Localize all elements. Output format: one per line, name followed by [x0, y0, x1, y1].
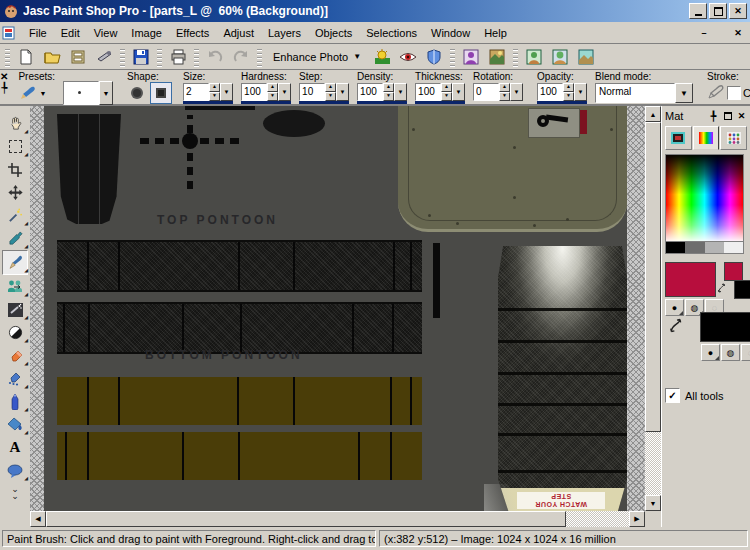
opacity-spinner[interactable]: ▲▼	[563, 83, 574, 101]
dropper-tool[interactable]: ◢	[3, 227, 27, 250]
bg-pattern-style-button[interactable]: ◌	[741, 344, 750, 361]
child-close-button[interactable]: ✕	[730, 26, 746, 40]
toolbar-grip[interactable]	[257, 47, 262, 67]
open-button[interactable]	[40, 46, 64, 68]
move-tool[interactable]	[3, 181, 27, 204]
continuous-checkbox[interactable]	[727, 86, 741, 100]
scroll-right-button[interactable]: ▶	[629, 511, 645, 527]
menu-window[interactable]: Window	[424, 24, 477, 42]
menu-objects[interactable]: Objects	[308, 24, 359, 42]
swap-colors-icon[interactable]	[669, 317, 686, 334]
foreground-color-swatch[interactable]	[665, 262, 716, 297]
size-spinner[interactable]: ▲▼	[209, 83, 220, 101]
thickness-input[interactable]	[415, 83, 441, 101]
background-color-swatch[interactable]	[700, 312, 750, 342]
opacity-slider-button[interactable]: ▼	[574, 83, 587, 101]
auto-photo-fix-button[interactable]	[574, 46, 598, 68]
new-button[interactable]	[14, 46, 38, 68]
materials-close-button[interactable]: ✕	[735, 109, 748, 122]
scroll-left-button[interactable]: ◀	[30, 511, 46, 527]
red-eye-removal-button[interactable]	[396, 46, 420, 68]
menu-effects[interactable]: Effects	[169, 24, 216, 42]
color-picker-gradient[interactable]	[665, 154, 744, 242]
bg-color-style-button[interactable]: ●	[701, 344, 720, 361]
density-spinner[interactable]: ▲▼	[383, 83, 394, 101]
save-button[interactable]	[129, 46, 153, 68]
child-restore-button[interactable]	[713, 26, 729, 40]
rotation-slider-button[interactable]: ▼	[510, 83, 523, 101]
redo-button[interactable]	[229, 46, 253, 68]
brush-tip-preview[interactable]	[63, 81, 99, 105]
swap-mini-colors-icon[interactable]	[717, 282, 729, 294]
menu-selections[interactable]: Selections	[359, 24, 424, 42]
options-close-icon[interactable]: ✕	[0, 72, 8, 82]
selection-tool[interactable]: ◢	[3, 135, 27, 158]
auto-portrait-button[interactable]	[459, 46, 483, 68]
brush-tip-dropdown-button[interactable]: ▼	[99, 81, 113, 105]
print-button[interactable]	[166, 46, 190, 68]
vertical-scroll-thumb[interactable]	[645, 122, 661, 432]
child-minimize-button[interactable]: –	[696, 26, 712, 40]
vertical-scrollbar[interactable]: ▲ ▼	[645, 106, 661, 511]
step-slider-button[interactable]: ▼	[336, 83, 349, 101]
straighten-shield-button[interactable]	[422, 46, 446, 68]
backlight-filter-button[interactable]	[370, 46, 394, 68]
all-tools-checkbox[interactable]: ✓	[665, 388, 680, 403]
step-spinner[interactable]: ▲▼	[325, 83, 336, 101]
canvas-viewport[interactable]: TOP PONTOON	[30, 106, 645, 511]
toolbar-grip[interactable]	[120, 47, 125, 67]
clone-brush-tool[interactable]: ◢	[3, 275, 27, 298]
close-button[interactable]: ✕	[729, 3, 747, 19]
rainbow-tab[interactable]	[693, 126, 720, 150]
toolbar-grip[interactable]	[513, 47, 518, 67]
thickness-slider-button[interactable]: ▼	[452, 83, 465, 101]
restore-button[interactable]	[709, 3, 727, 19]
crop-tool[interactable]	[3, 158, 27, 181]
horizontal-scroll-thumb[interactable]	[46, 511, 566, 527]
blend-mode-dropdown[interactable]: Normal ▼	[595, 83, 693, 103]
fg-color-style-button[interactable]: ●	[665, 299, 684, 316]
materials-title-bar[interactable]: Mat ╄ ✕	[665, 108, 748, 123]
preset-shapes-tool[interactable]: ◢	[3, 459, 27, 482]
grayscale-ramp[interactable]	[665, 242, 744, 254]
toolbar-grip[interactable]	[157, 47, 162, 67]
foreground-color-mini-swatch[interactable]	[724, 262, 743, 281]
size-slider-button[interactable]: ▼	[220, 83, 233, 101]
swatches-tab[interactable]	[720, 126, 747, 150]
menu-layers[interactable]: Layers	[261, 24, 308, 42]
airbrush-tool[interactable]: ◢	[3, 298, 27, 321]
magic-wand-tool[interactable]: ◢	[3, 204, 27, 227]
hardness-input[interactable]	[241, 83, 267, 101]
bg-gradient-style-button[interactable]: ◍	[721, 344, 740, 361]
rotation-input[interactable]	[473, 83, 499, 101]
twain-import-button[interactable]	[92, 46, 116, 68]
stroke-brush-icon[interactable]	[707, 85, 725, 101]
flood-fill-tool[interactable]: ◢	[3, 413, 27, 436]
thickness-spinner[interactable]: ▲▼	[441, 83, 452, 101]
vertical-scroll-track[interactable]	[645, 432, 661, 495]
frame-tab[interactable]	[665, 126, 692, 150]
toolbar-grip[interactable]	[5, 47, 10, 67]
menu-image[interactable]: Image	[124, 24, 169, 42]
size-input[interactable]	[183, 83, 209, 101]
density-slider-button[interactable]: ▼	[394, 83, 407, 101]
horizontal-scrollbar[interactable]: ◀ ▶	[30, 511, 645, 527]
hardness-slider-button[interactable]: ▼	[278, 83, 291, 101]
auto-enhance2-button[interactable]	[548, 46, 572, 68]
menu-edit[interactable]: Edit	[54, 24, 87, 42]
density-input[interactable]	[357, 83, 383, 101]
toolbar-grip[interactable]	[450, 47, 455, 67]
menu-help[interactable]: Help	[477, 24, 514, 42]
enhance-photo-dropdown[interactable]: Enhance Photo ▼	[267, 46, 367, 68]
image-parts-l[interactable]: TOP PONTOON	[44, 106, 627, 511]
scroll-up-button[interactable]: ▲	[645, 106, 661, 122]
round-shape-button[interactable]	[127, 83, 147, 103]
pan-tool[interactable]: ◢	[3, 112, 27, 135]
dodge-burn-tool[interactable]: ◢	[3, 321, 27, 344]
eraser-tool[interactable]: ◢	[3, 344, 27, 367]
step-input[interactable]	[299, 83, 325, 101]
menu-file[interactable]: File	[22, 24, 54, 42]
minimize-button[interactable]	[689, 3, 707, 19]
materials-pin-button[interactable]: ╄	[707, 109, 720, 122]
background-color-mini-swatch[interactable]	[734, 280, 750, 299]
